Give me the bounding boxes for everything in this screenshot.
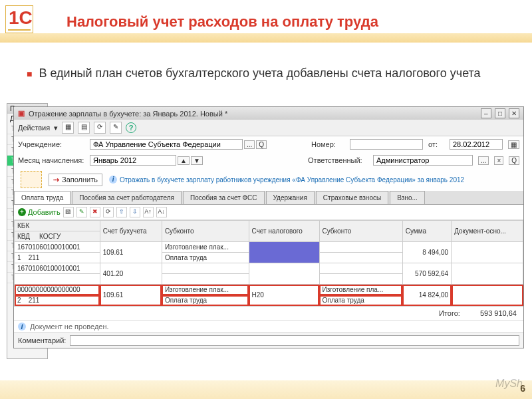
grid-toolbar: Добавить ▧ ✎ ✖ ⟳ ⇧ ⇩ A↑ A↓ — [14, 205, 523, 220]
grid-totals: Итого: 593 910,64 — [14, 306, 523, 320]
fill-info[interactable]: i Отражать в бухучете зарплату работнико… — [109, 176, 464, 184]
grid-btn-sort-desc[interactable]: A↓ — [156, 207, 167, 217]
col-kvd-kosgu[interactable]: КВД КОСГУ — [15, 231, 100, 242]
resp-picker[interactable]: ... — [478, 156, 489, 165]
toolbar-btn-4[interactable]: ✎ — [110, 122, 122, 134]
fill-button[interactable]: ⇢ Заполнить — [49, 174, 102, 186]
col-tax-subk[interactable]: Субконто — [319, 221, 402, 242]
number-input[interactable] — [350, 139, 423, 150]
resp-clear[interactable]: × — [494, 156, 503, 165]
col-doc[interactable]: Документ-осно... — [452, 221, 523, 242]
title-underline — [0, 33, 532, 43]
tab-2[interactable]: Пособия за счет ФСС — [183, 191, 265, 204]
logo-text: 1С — [9, 7, 33, 29]
window-icon: ▣ — [18, 109, 25, 118]
col-acct[interactable]: Счет бухучета — [100, 221, 162, 242]
slide-bullet: В единый план счетов бухгалтерского учет… — [27, 66, 519, 80]
resp-input[interactable] — [373, 155, 473, 166]
date-input[interactable] — [450, 139, 503, 150]
add-button[interactable]: Добавить — [18, 208, 61, 216]
window-toolbar: Действия ▾ ▦ ▤ ⟳ ✎ ? — [14, 120, 523, 136]
resp-label: Ответственный: — [308, 156, 368, 164]
slide-title: Налоговый учет расходов на оплату труда — [66, 13, 378, 31]
table-row[interactable]: 16701060100010001109.61Изготовление плак… — [15, 242, 523, 253]
table-row[interactable]: 00000000000000000109.61Изготовление плак… — [15, 285, 523, 295]
help-icon[interactable]: ? — [126, 122, 136, 133]
grid-btn-copy[interactable]: ▧ — [63, 207, 74, 217]
status-text: Документ не проведен. — [30, 323, 109, 331]
window-titlebar: ▣ Отражение зарплаты в бухучете: за Янва… — [14, 107, 523, 120]
tab-4[interactable]: Страховые взносы — [316, 191, 388, 204]
grid-btn-sort-asc[interactable]: A↑ — [143, 207, 154, 217]
month-label: Месяц начисления: — [18, 156, 84, 164]
col-subk[interactable]: Субконто — [162, 221, 249, 242]
restore-button[interactable]: □ — [495, 108, 505, 118]
data-grid[interactable]: КБК Счет бухучета Субконто Счет налогово… — [14, 220, 523, 306]
grid-btn-down[interactable]: ⇩ — [130, 207, 140, 217]
close-button[interactable]: ✕ — [509, 108, 519, 118]
page-number: 6 — [520, 383, 525, 394]
totals-label: Итого: — [439, 309, 460, 317]
dtct-icon — [21, 171, 42, 188]
grid-btn-edit[interactable]: ✎ — [76, 207, 87, 217]
org-picker[interactable]: ... — [244, 140, 255, 149]
comment-label: Комментарий: — [18, 336, 66, 344]
number-label: Номер: — [311, 140, 344, 148]
status-info-icon: i — [18, 323, 26, 331]
totals-value: 593 910,64 — [480, 309, 517, 317]
date-picker-icon[interactable]: ▦ — [508, 140, 519, 149]
toolbar-btn-2[interactable]: ▤ — [78, 122, 90, 134]
month-input[interactable] — [90, 155, 176, 166]
org-input[interactable] — [90, 139, 243, 150]
tab-3[interactable]: Удержания — [266, 191, 315, 204]
tab-0[interactable]: Оплата труда — [14, 191, 70, 204]
fill-label: Заполнить — [62, 176, 98, 184]
grid-btn-up[interactable]: ⇧ — [116, 207, 127, 217]
window-title-text: Отражение зарплаты в бухучете: за Январь… — [29, 110, 227, 118]
col-sum[interactable]: Сумма — [402, 221, 451, 242]
status-bar: i Документ не проведен. — [14, 320, 523, 332]
org-label: Учреждение: — [18, 140, 84, 148]
col-tax-acct[interactable]: Счет налогового — [249, 221, 319, 242]
fill-arrow-icon: ⇢ — [53, 176, 59, 184]
grid-btn-refresh[interactable]: ⟳ — [103, 207, 114, 217]
watermark: MySh — [495, 378, 523, 390]
window-controls: – □ ✕ — [479, 108, 519, 118]
toolbar-btn-3[interactable]: ⟳ — [94, 122, 106, 134]
actions-menu[interactable]: Действия — [18, 124, 50, 132]
grid-btn-delete[interactable]: ✖ — [90, 207, 100, 217]
comment-input[interactable] — [70, 335, 519, 346]
resp-open[interactable]: Q — [509, 156, 519, 165]
org-open[interactable]: Q — [256, 140, 267, 149]
toolbar-btn-1[interactable]: ▦ — [62, 122, 74, 134]
month-down[interactable]: ▼ — [191, 156, 203, 165]
tabs: Оплата трудаПособия за счет работодателя… — [14, 191, 523, 205]
fill-info-text: Отражать в бухучете зарплату работников … — [120, 176, 464, 184]
footer-band — [0, 380, 532, 399]
minimize-button[interactable]: – — [481, 108, 491, 118]
tab-5[interactable]: Взно... — [390, 191, 425, 204]
document-window: ▣ Отражение зарплаты в бухучете: за Янва… — [13, 106, 524, 348]
tab-1[interactable]: Пособия за счет работодателя — [72, 191, 182, 204]
col-kbk[interactable]: КБК — [15, 221, 100, 231]
table-row[interactable]: 16701060100010001401.20570 592,64 — [15, 263, 523, 274]
from-label: от: — [428, 140, 444, 148]
info-icon: i — [109, 176, 117, 184]
month-up[interactable]: ▲ — [178, 156, 190, 165]
